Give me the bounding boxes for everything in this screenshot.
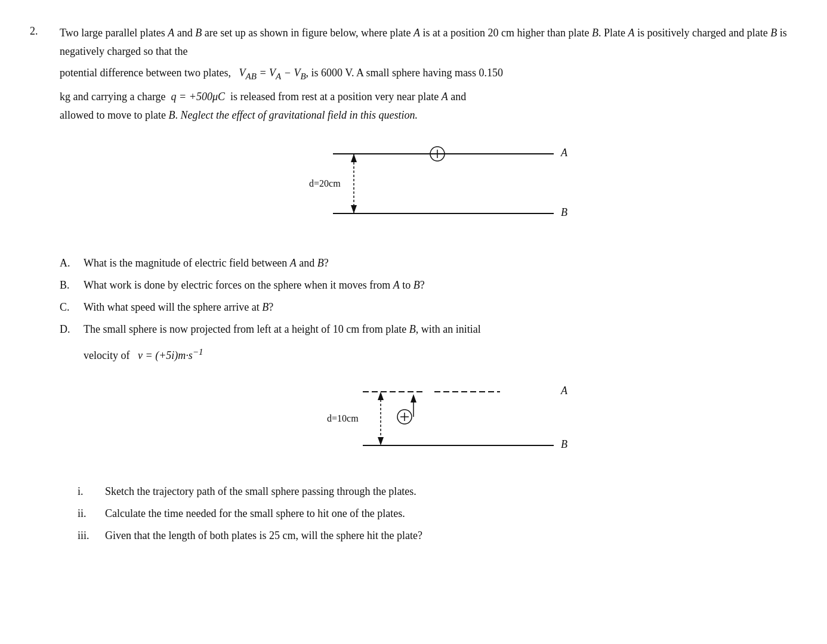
- problem-line-3: kg and carrying a charge q = +500μC is r…: [60, 88, 797, 124]
- diagram2-d-label: d=10cm: [327, 413, 359, 423]
- part-b-text: What work is done by electric forces on …: [84, 277, 425, 293]
- svg-marker-4: [351, 205, 357, 213]
- diagram1-plate-a: A: [560, 147, 568, 159]
- question-number: 2.: [30, 24, 60, 550]
- sub-part-ii-text: Calculate the time needed for the small …: [105, 506, 405, 522]
- parts-list: A. What is the magnitude of electric fie…: [60, 255, 797, 338]
- part-a-label: A.: [60, 255, 76, 271]
- diagram2-container: d=10cm A B: [60, 374, 797, 469]
- sub-part-iii-label: iii.: [78, 528, 99, 544]
- sub-part-ii-label: ii.: [78, 506, 99, 522]
- diagram1-d-label: d=20cm: [309, 178, 341, 188]
- diagram2-svg: d=10cm A B: [261, 374, 595, 469]
- part-c: C. With what speed will the sphere arriv…: [60, 299, 797, 315]
- part-d-text: The small sphere is now projected from l…: [84, 321, 481, 338]
- sub-part-ii: ii. Calculate the time needed for the sm…: [78, 506, 797, 522]
- sub-part-i-label: i.: [78, 484, 99, 500]
- problem-line-1: Two large parallel plates A and B are se…: [60, 24, 797, 60]
- problem-line-2: potential difference between two plates,…: [60, 64, 797, 84]
- sub-part-i: i. Sketch the trajectory path of the sma…: [78, 484, 797, 500]
- svg-marker-18: [411, 394, 416, 402]
- velocity-formula-line: velocity of v = (+5i)m·s−1: [84, 347, 797, 362]
- velocity-formula-text: v = (+5i)m·s−1: [138, 349, 203, 361]
- part-a: A. What is the magnitude of electric fie…: [60, 255, 797, 271]
- question-body: Two large parallel plates A and B are se…: [60, 24, 797, 550]
- sub-part-iii-text: Given that the length of both plates is …: [105, 528, 422, 544]
- velocity-label: velocity of: [84, 349, 135, 361]
- problem-text: Two large parallel plates A and B are se…: [60, 24, 797, 124]
- sub-parts-list: i. Sketch the trajectory path of the sma…: [78, 484, 797, 544]
- part-c-label: C.: [60, 299, 76, 315]
- part-c-text: With what speed will the sphere arrive a…: [84, 299, 273, 315]
- part-b-label: B.: [60, 277, 76, 293]
- diagram2-plate-b: B: [561, 438, 567, 450]
- svg-marker-3: [351, 154, 357, 162]
- sub-part-i-text: Sketch the trajectory path of the small …: [105, 484, 416, 500]
- diagram2-plate-a: A: [560, 385, 568, 397]
- sub-part-iii: iii. Given that the length of both plate…: [78, 528, 797, 544]
- part-a-text: What is the magnitude of electric field …: [84, 255, 329, 271]
- svg-marker-13: [378, 392, 384, 400]
- diagram1-plate-b: B: [561, 206, 567, 218]
- part-d-label: D.: [60, 321, 76, 338]
- question-container: 2. Two large parallel plates A and B are…: [30, 24, 797, 550]
- svg-marker-12: [378, 437, 384, 445]
- part-d: D. The small sphere is now projected fro…: [60, 321, 797, 338]
- part-b: B. What work is done by electric forces …: [60, 277, 797, 293]
- diagram1-container: d=20cm A B: [60, 136, 797, 237]
- diagram1-svg: d=20cm A B: [261, 136, 595, 237]
